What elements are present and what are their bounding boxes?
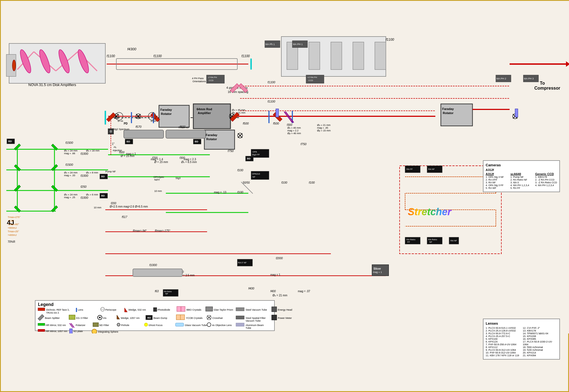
svg-text:Aluminum Beam: Aluminum Beam: [246, 324, 264, 327]
svg-point-301: [99, 317, 101, 318]
lenses-title: Lenses: [486, 321, 557, 325]
svg-rect-318: [272, 315, 277, 320]
svg-text:BD: BD: [147, 316, 151, 319]
svg-text:NdYl: NdYl: [154, 178, 160, 181]
svg-text:MA Ph 1: MA Ph 1: [265, 43, 275, 46]
generic-ccd-item-2: 2. -Z RA PH CCD: [535, 178, 557, 181]
f4300-label: f4300: [127, 47, 136, 51]
svg-text:Tmax=275°: Tmax=275°: [8, 216, 21, 219]
svg-rect-315: [236, 316, 244, 319]
svg-point-255: [138, 115, 139, 117]
lens-item-15: 15. KPX208: [523, 335, 557, 338]
svg-text:10 mm: 10 mm: [154, 190, 162, 192]
svg-text:f500: f500: [243, 122, 249, 125]
svg-text:Orientations: Orientations: [193, 80, 206, 83]
svg-text:Steel Spatial Filter: Steel Spatial Filter: [246, 317, 266, 319]
svg-text:mag = 2.2: mag = 2.2: [287, 129, 298, 132]
lens-item-17: 17. PLCX-50.8-1030-2-UV-1064: [523, 340, 557, 346]
svg-rect-285: [153, 308, 157, 311]
svg-text:Power Meter: Power Meter: [278, 317, 292, 319]
svg-rect-292: [236, 308, 244, 311]
svg-text:Rmax=-94°: Rmax=-94°: [133, 229, 147, 232]
lens-item-9: 9. PLCX-50.8-312-UV-1064: [486, 349, 520, 351]
svg-text:Øs = 16 mm: Øs = 16 mm: [86, 149, 100, 152]
lens-item-4: 4. PLCX-25.4-257.5-C: [486, 335, 520, 338]
cameras-a312f-label: A312f: [486, 168, 557, 172]
lens-item-7: 7. PXF-50.8-258.4-UV-1064: [486, 343, 520, 346]
lens-item-6: 6. KPX124: [486, 340, 520, 343]
svg-text:RA NF: RA NF: [428, 168, 435, 170]
lens-item-14: 14. TPW0071 lab01-04: [523, 332, 557, 335]
svg-text:f1000: f1000: [81, 174, 88, 177]
svg-text:f100: f100: [281, 181, 287, 184]
svg-text:mag = .07: mag = .07: [298, 290, 310, 293]
svg-text:+2.8J: +2.8J: [8, 219, 14, 222]
lens-item-10: 10. PXF-50.8-312-UV-1064: [486, 351, 520, 354]
svg-text:Stretcher: Stretcher: [408, 206, 452, 217]
svg-text:Øs = 46 mm: Øs = 46 mm: [287, 126, 301, 129]
main-container: THE TEXAS PETAWATT Texas Petawatt Laser …: [0, 0, 569, 392]
svg-text:BD: BD: [195, 140, 198, 143]
svg-text:Compressor: Compressor: [534, 86, 560, 90]
svg-point-18: [12, 60, 16, 71]
svg-rect-256: [276, 109, 279, 117]
svg-text:f750: f750: [228, 149, 234, 153]
svg-text:Rotator: Rotator: [161, 112, 172, 115]
sca640-item-5: 5. RA FF: [510, 187, 532, 189]
svg-text:f517: f517: [122, 216, 127, 219]
svg-rect-341: [70, 329, 72, 333]
svg-text:RA Retro: RA Retro: [428, 238, 437, 241]
svg-text:f700: f700: [152, 156, 158, 159]
svg-text:f300: f300: [287, 123, 292, 126]
svg-text:CCD: CCD: [209, 79, 214, 82]
svg-text:1": 1": [112, 142, 115, 145]
svg-text:Stg3: Stg3: [175, 177, 181, 180]
svg-text:Faraday: Faraday: [160, 108, 172, 111]
svg-text:-Z RA PH: -Z RA PH: [208, 76, 217, 79]
svg-text:70%R: 70%R: [8, 240, 15, 243]
svg-text:Amplifier: Amplifier: [198, 111, 211, 115]
svg-text:YCOB Crystals: YCOB Crystals: [186, 317, 203, 319]
svg-text:f63: f63: [155, 290, 159, 293]
sca640-item-1: 1. Pump NF: [510, 176, 532, 178]
svg-text:Tmax=80°: Tmax=80°: [8, 223, 19, 226]
cameras-generic-ccd-col: Generic CCD 1. KBX178 2. -Z RA PH CCD 3.…: [535, 172, 557, 189]
svg-rect-268: [133, 269, 182, 277]
svg-text:Ø = 15 mm: Ø = 15 mm: [154, 161, 168, 164]
svg-text:Ø=46: Ø=46: [118, 120, 123, 122]
svg-text:Rotator: Rotator: [443, 111, 454, 115]
svg-text:f250: f250: [81, 185, 87, 188]
svg-text:Øp = 15 mm: Øp = 15 mm: [317, 129, 331, 132]
svg-text:Stg3 FF: Stg3 FF: [252, 153, 260, 156]
svg-rect-275: [38, 308, 45, 311]
svg-text:Iris: Iris: [103, 317, 106, 319]
svg-text:BD: BD: [101, 194, 105, 197]
svg-text:f1100: f1100: [268, 81, 275, 84]
svg-text:Øs = 6.5 mm: Øs = 6.5 mm: [181, 161, 197, 164]
svg-text:f300: f300: [180, 156, 185, 159]
lenses-columns: 1. PLCX-50.8-515.1 UV532 2. PLCX-25.4-12…: [486, 327, 557, 357]
svg-text:+800mJ: +800mJ: [8, 227, 17, 229]
svg-text:Wedge, 532 nm: Wedge, 532 nm: [128, 308, 146, 311]
svg-text:f570: f570: [136, 125, 142, 128]
a312f-item-1: 1. OPA Stg 3 NF: [486, 176, 508, 178]
a312f-item-5: 5. RA WF: [486, 187, 508, 189]
svg-rect-77: [166, 130, 206, 138]
svg-text:Photodiode: Photodiode: [158, 308, 170, 311]
svg-rect-28: [353, 42, 364, 70]
a312f-item-2: 2. RA 0'FF: [486, 178, 508, 181]
svg-text:Wedge, 1057 nm: Wedge, 1057 nm: [121, 317, 139, 319]
svg-text:PD: PD: [124, 122, 128, 125]
svg-point-254: [116, 115, 117, 117]
svg-text:mag = .45: mag = .45: [317, 126, 328, 129]
svg-text:Steel Vacuum Tube: Steel Vacuum Tube: [246, 308, 267, 311]
svg-text:Energy Head: Energy Head: [278, 308, 292, 311]
sca640-item-3: 3. MA 0: [510, 181, 532, 184]
svg-point-328: [118, 324, 119, 325]
sca640-col-title: scA640: [510, 172, 532, 176]
svg-text:Ø=2.5 mm mag=2.6 Ø=6.5 mm: Ø=2.5 mm mag=2.6 Ø=6.5 mm: [110, 205, 148, 208]
lens-item-19: 19. f100 Achromat: [523, 349, 557, 351]
svg-text:Beam Splitter: Beam Splitter: [45, 317, 60, 319]
svg-text:f1100: f1100: [107, 54, 115, 58]
svg-text:KG 3 Filter: KG 3 Filter: [76, 317, 88, 319]
